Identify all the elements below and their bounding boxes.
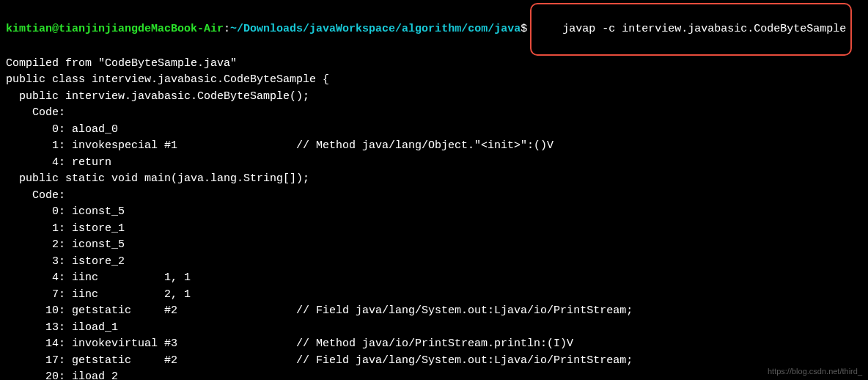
command-highlight-box: javap -c interview.javabasic.CodeByteSam… — [530, 3, 852, 56]
output-line: 4: return — [6, 155, 862, 172]
watermark-text: https://blog.csdn.net/third_ — [768, 365, 862, 378]
output-line: public class interview.javabasic.CodeByt… — [6, 72, 862, 89]
output-line: Compiled from "CodeByteSample.java" — [6, 56, 862, 73]
prompt-colon: : — [224, 21, 230, 38]
output-line: 10: getstatic #2 // Field java/lang/Syst… — [6, 303, 862, 320]
output-line: 1: invokespecial #1 // Method java/lang/… — [6, 138, 862, 155]
output-line: 2: iconst_5 — [6, 237, 862, 254]
output-line: Code: — [6, 188, 862, 205]
output-line: 0: iconst_5 — [6, 204, 862, 221]
output-line: Code: — [6, 105, 862, 122]
output-line: 3: istore_2 — [6, 254, 862, 271]
output-line: 20: iload_2 — [6, 369, 862, 380]
output-line: 0: aload_0 — [6, 122, 862, 139]
output-line: 7: iinc 2, 1 — [6, 287, 862, 304]
output-line: 4: iinc 1, 1 — [6, 270, 862, 287]
output-line: 14: invokevirtual #3 // Method java/io/P… — [6, 336, 862, 353]
terminal-prompt-line[interactable]: kimtian@tianjinjiangdeMacBook-Air:~/Down… — [6, 3, 862, 56]
output-line: 17: getstatic #2 // Field java/lang/Syst… — [6, 353, 862, 370]
output-line: public static void main(java.lang.String… — [6, 171, 862, 188]
prompt-path: ~/Downloads/javaWorkspace/algorithm/com/… — [230, 21, 521, 38]
prompt-user-host: kimtian@tianjinjiangdeMacBook-Air — [6, 21, 224, 38]
prompt-dollar: $ — [521, 21, 527, 38]
output-line: 1: istore_1 — [6, 221, 862, 238]
output-line: 13: iload_1 — [6, 320, 862, 337]
command-text: javap -c interview.javabasic.CodeByteSam… — [562, 23, 846, 35]
output-line: public interview.javabasic.CodeByteSampl… — [6, 89, 862, 106]
